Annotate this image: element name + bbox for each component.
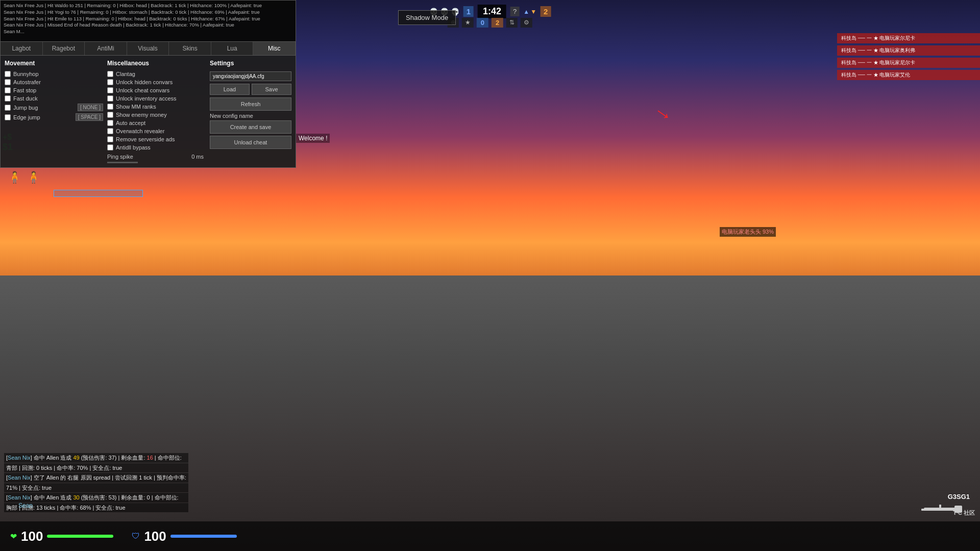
auto-accept-label: Auto accept: [116, 120, 145, 126]
autostrafer-checkbox[interactable]: [5, 79, 11, 85]
fast-duck-item: Fast duck: [5, 95, 103, 102]
tab-ragebot[interactable]: Ragebot: [43, 42, 85, 55]
load-button[interactable]: Load: [210, 84, 250, 95]
edge-jump-bind[interactable]: [ SPACE ]: [76, 113, 103, 121]
armor-value: 100: [144, 529, 166, 544]
log-line-bottom-1b: 青部 | 回溯: 0 ticks | 命中率: 70% | 安全点: true: [4, 463, 188, 473]
unlock-inventory-item: Unlock inventory access: [107, 95, 206, 102]
tab-antimi[interactable]: AntiMi: [85, 42, 127, 55]
load-save-row: Load Save: [210, 84, 291, 95]
show-enemy-money-checkbox[interactable]: [107, 112, 113, 118]
arrows-icon: ⇅: [506, 18, 518, 28]
tab-lagbot[interactable]: Lagbot: [1, 42, 43, 55]
remove-ads-item: Remove serverside ads: [107, 136, 206, 142]
unlock-inventory-label: Unlock inventory access: [116, 95, 177, 102]
log-line-2: Sean Nix Free Jus | Hit Yogi to 76 | Rem…: [4, 9, 292, 16]
player-icons: 🧍 🧍: [8, 171, 40, 184]
team-entry-2: 科技岛 ── 一 ★ 电脑玩家尼尔卡: [837, 58, 980, 68]
create-save-button[interactable]: Create and save: [210, 120, 291, 134]
clantag-item: Clantag: [107, 71, 206, 77]
edge-jump-item: Edge jump [ SPACE ]: [5, 113, 103, 121]
autostrafer-label: Autostrafer: [13, 79, 41, 85]
armor-bar: [170, 535, 237, 538]
clantag-label: Clantag: [116, 71, 135, 77]
svg-rect-2: [921, 509, 926, 511]
unlock-hidden-checkbox[interactable]: [107, 79, 113, 85]
welcome-text: Welcome !: [296, 134, 330, 143]
ping-label: Ping spike: [107, 154, 191, 160]
config-input[interactable]: [210, 71, 291, 81]
help-icon: ?: [510, 7, 519, 16]
armor-icon: 🛡: [132, 532, 140, 541]
tab-misc[interactable]: Misc: [253, 42, 296, 55]
new-config-label: New config name: [210, 113, 291, 119]
health-value: 100: [21, 529, 43, 544]
remove-ads-checkbox[interactable]: [107, 136, 113, 142]
remove-ads-label: Remove serverside ads: [116, 136, 175, 142]
fast-duck-checkbox[interactable]: [5, 95, 11, 102]
hud-bottom: ❤ 100 🛡 100: [0, 521, 980, 551]
unlock-inventory-checkbox[interactable]: [107, 95, 113, 102]
tab-visuals[interactable]: Visuals: [127, 42, 169, 55]
game-timer: 1:42: [478, 5, 506, 18]
fast-stop-label: Fast stop: [13, 87, 36, 93]
log-line-3: Sean Nix Free Jus | Hit Emile to 113 | R…: [4, 16, 292, 22]
score-ct-box: 1: [463, 6, 474, 17]
movement-title: Movement: [5, 60, 103, 68]
overwatch-label: Overwatch revealer: [116, 128, 164, 134]
ping-slider[interactable]: [107, 162, 138, 163]
log-line-4: Sean Nix Free Jus | Missed End of head R…: [4, 22, 292, 29]
bunnyhop-checkbox[interactable]: [5, 71, 11, 77]
log-line-bottom-3: [Sean Nix] 命中 Allen 造成 30 (预估伤害: 53) | 剩…: [4, 493, 188, 503]
show-mm-checkbox[interactable]: [107, 104, 113, 110]
jump-bug-item: Jump bug [ NONE ]: [5, 104, 103, 111]
unlock-cheat-checkbox[interactable]: [107, 87, 113, 93]
svg-rect-3: [939, 505, 941, 508]
jump-bug-label: Jump bug: [13, 105, 38, 111]
antidll-checkbox[interactable]: [107, 144, 113, 151]
log-area: Sean Nix Free Jus | Hit Waldo to 251 | R…: [1, 1, 296, 41]
unload-cheat-button[interactable]: Unload cheat: [210, 136, 291, 149]
misc-title: Miscellaneous: [107, 60, 206, 68]
unlock-hidden-item: Unlock hidden convars: [107, 79, 206, 85]
refresh-button[interactable]: Refresh: [210, 97, 291, 111]
save-button[interactable]: Save: [252, 84, 291, 95]
shadow-mode-button[interactable]: Shadow Mode: [398, 10, 456, 25]
settings-title: Settings: [210, 60, 291, 68]
player-icon-1: 🧍: [8, 171, 21, 184]
settings-icon: ⚙: [521, 18, 532, 28]
jump-bug-bind[interactable]: [ NONE ]: [78, 104, 103, 111]
show-enemy-money-label: Show enemy money: [116, 112, 167, 118]
ct-arrows: ▲ ▼: [523, 8, 536, 15]
ping-value: 0 ms: [191, 154, 204, 160]
team-entry-1: 科技岛 ── 一 ★ 电脑玩家奥利弗: [837, 45, 980, 56]
autostrafer-item: Autostrafer: [5, 79, 103, 85]
ping-row: Ping spike 0 ms: [107, 154, 206, 160]
overwatch-checkbox[interactable]: [107, 128, 113, 134]
log-line-5: Sean M...: [4, 29, 292, 35]
cheat-menu: Sean Nix Free Jus | Hit Waldo to 251 | R…: [0, 0, 296, 168]
edge-jump-checkbox[interactable]: [5, 114, 11, 120]
health-bar: [47, 535, 113, 538]
auto-accept-item: Auto accept: [107, 120, 206, 126]
log-line-bottom-2b: 71% | 安全点: true: [4, 483, 188, 493]
tab-lua[interactable]: Lua: [211, 42, 254, 55]
weapon-name: G3SG1: [919, 493, 970, 500]
team-list: 科技岛 ── 一 ★ 电脑玩家尔尼卡 科技岛 ── 一 ★ 电脑玩家奥利弗 科技…: [837, 33, 980, 81]
auto-accept-checkbox[interactable]: [107, 120, 113, 126]
enemy-money-tag: 电脑玩家老头头 93%: [720, 227, 776, 237]
tc-logo: T·C 社区: [953, 509, 975, 518]
team-entry-0: 科技岛 ── 一 ★ 电脑玩家尔尼卡: [837, 33, 980, 43]
clantag-checkbox[interactable]: [107, 71, 113, 77]
tab-skins[interactable]: Skins: [169, 42, 211, 55]
player-name: Sean: [18, 502, 33, 509]
fast-stop-checkbox[interactable]: [5, 87, 11, 93]
bunnyhop-label: Bunnyhop: [13, 71, 39, 77]
log-line-1: Sean Nix Free Jus | Hit Waldo to 251 | R…: [4, 3, 292, 9]
armor-group: 🛡 100: [132, 529, 236, 544]
health-group: ❤ 100: [10, 529, 113, 544]
unlock-cheat-item: Unlock cheat convars: [107, 87, 206, 93]
jump-bug-checkbox[interactable]: [5, 105, 11, 111]
hud-icons-row2: ⊕ ★ 0 2 ⇅ ⚙: [448, 18, 532, 28]
movement-column: Movement Bunnyhop Autostrafer Fast stop …: [5, 60, 103, 163]
